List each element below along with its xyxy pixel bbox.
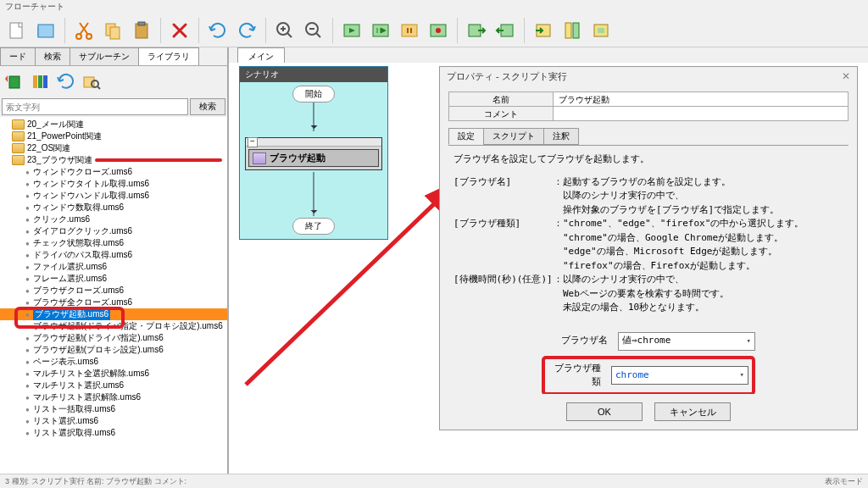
property-panel: プロパティ - スクリプト実行✕ 名前ブラウザ起動 コメント 設定スクリプト注釈… <box>439 66 858 430</box>
cfg-browser-type-label: ブラウザ種類 <box>548 362 611 390</box>
side-tabs: ード検索サブルーチンライブラリ <box>0 47 227 66</box>
stop-icon[interactable] <box>425 17 452 44</box>
file-item[interactable]: リスト選択.ums6 <box>0 415 227 427</box>
panel-title: プロパティ - スクリプト実行 <box>447 70 567 83</box>
svg-rect-13 <box>402 25 417 36</box>
redo-icon[interactable] <box>233 17 260 44</box>
import-icon[interactable] <box>492 17 519 44</box>
close-icon[interactable]: ✕ <box>842 70 850 83</box>
side-tab-2[interactable]: サブルーチン <box>70 47 139 65</box>
chevron-down-icon: ▾ <box>747 336 751 347</box>
lib-books-icon[interactable] <box>29 69 53 93</box>
search-button[interactable]: 検索 <box>190 98 225 115</box>
file-item[interactable]: ブラウザ起動(ドライバ指定・プロキシ設定).ums6 <box>0 320 227 332</box>
svg-rect-26 <box>33 75 37 88</box>
undo-icon[interactable] <box>204 17 231 44</box>
side-tab-1[interactable]: 検索 <box>35 47 70 65</box>
svg-rect-8 <box>138 22 145 25</box>
zoom-in-icon[interactable] <box>271 17 298 44</box>
file-item[interactable]: ドライバのパス取得.ums6 <box>0 249 227 261</box>
field-comment-value[interactable] <box>554 106 849 121</box>
svg-rect-7 <box>136 24 147 38</box>
file-item[interactable]: ウィンドウ数取得.ums6 <box>0 202 227 214</box>
side-tab-3[interactable]: ライブラリ <box>138 47 199 65</box>
svg-point-4 <box>86 34 92 39</box>
paste-icon[interactable] <box>128 17 155 44</box>
svg-rect-24 <box>598 28 604 33</box>
svg-rect-2 <box>38 25 53 37</box>
prop-tab-0[interactable]: 設定 <box>448 128 484 145</box>
property-content: ブラウザ名を設定してブラウザを起動します。 [ブラウザ名]：起動するブラウザの名… <box>448 145 849 394</box>
field-name-value[interactable]: ブラウザ起動 <box>554 92 849 107</box>
file-item[interactable]: クリック.ums6 <box>0 214 227 225</box>
file-item[interactable]: ブラウザ起動(ドライバ指定).ums6 <box>0 332 227 344</box>
scenario-title: シナリオ <box>240 67 387 82</box>
folder-item[interactable]: 22_OS関連 <box>0 142 227 154</box>
zoom-out-icon[interactable] <box>300 17 327 44</box>
folder-item[interactable]: 23_ブラウザ関連 <box>0 154 227 166</box>
library-toolbar <box>0 66 227 97</box>
export-icon[interactable] <box>463 17 490 44</box>
cfg-browser-type-select[interactable]: chrome▾ <box>611 366 748 385</box>
file-item[interactable]: ブラウザクローズ.ums6 <box>0 285 227 297</box>
open-icon[interactable] <box>32 17 59 44</box>
script-icon <box>253 152 266 164</box>
new-icon[interactable] <box>3 17 31 44</box>
svg-rect-27 <box>38 75 42 88</box>
file-item[interactable]: マルチリスト選択.ums6 <box>0 380 227 391</box>
ok-button[interactable]: OK <box>566 402 643 421</box>
pause-icon[interactable] <box>396 17 423 44</box>
field-comment-label: コメント <box>448 106 554 121</box>
file-item[interactable]: リスト一括取得.ums6 <box>0 403 227 415</box>
cfg-browser-name-select[interactable]: 値⇒chrome▾ <box>618 332 755 351</box>
svg-rect-0 <box>10 23 22 38</box>
file-item[interactable]: チェック状態取得.ums6 <box>0 237 227 249</box>
side-tab-0[interactable]: ード <box>0 47 36 65</box>
scenario-block[interactable]: シナリオ 開始 ブラウザ起動 終了 <box>239 66 388 240</box>
prop-tab-1[interactable]: スクリプト <box>483 128 544 145</box>
highlight-box: ブラウザ種類 chrome▾ <box>542 356 755 395</box>
window-icon[interactable] <box>530 17 557 44</box>
svg-rect-28 <box>43 75 47 88</box>
file-item[interactable]: ファイル選択.ums6 <box>0 261 227 273</box>
file-item[interactable]: マルチリスト全選択解除.ums6 <box>0 368 227 380</box>
delete-icon[interactable] <box>166 17 193 44</box>
run-icon[interactable] <box>338 17 365 44</box>
svg-rect-25 <box>9 76 19 88</box>
library-icon[interactable] <box>559 17 586 44</box>
svg-rect-14 <box>407 28 409 33</box>
file-item[interactable]: ページ表示.ums6 <box>0 356 227 368</box>
prop-tab-2[interactable]: 注釈 <box>543 128 579 145</box>
svg-point-17 <box>436 28 441 33</box>
status-bar: 3 種別: スクリプト実行 名前: ブラウザ起動 コメント:表示モード <box>0 474 868 488</box>
file-item[interactable]: ブラウザ起動.ums6 <box>0 308 227 320</box>
search-input[interactable] <box>2 98 188 115</box>
cancel-button[interactable]: キャンセル <box>654 402 731 421</box>
file-item[interactable]: ウィンドウハンドル取得.ums6 <box>0 190 227 202</box>
copy-icon[interactable] <box>99 17 126 44</box>
svg-point-3 <box>76 34 81 39</box>
library-tree[interactable]: 20_メール関連21_PowerPoint関連22_OS関連23_ブラウザ関連ウ… <box>0 117 227 474</box>
folder-item[interactable]: 21_PowerPoint関連 <box>0 130 227 142</box>
node-start[interactable]: 開始 <box>292 86 335 103</box>
file-item[interactable]: ウィンドウクローズ.ums6 <box>0 166 227 178</box>
lib-back-icon[interactable] <box>3 69 27 93</box>
file-item[interactable]: マルチリスト選択解除.ums6 <box>0 391 227 403</box>
file-item[interactable]: ブラウザ起動(プロキシ設定).ums6 <box>0 344 227 356</box>
file-item[interactable]: フレーム選択.ums6 <box>0 273 227 285</box>
svg-rect-21 <box>565 23 571 38</box>
file-item[interactable]: ウィンドウタイトル取得.ums6 <box>0 178 227 190</box>
canvas-area: メイン シナリオ 開始 ブラウザ起動 終了 <box>229 47 868 474</box>
cut-icon[interactable] <box>70 17 97 44</box>
file-item[interactable]: リスト選択取得.ums6 <box>0 427 227 439</box>
run2-icon[interactable] <box>367 17 394 44</box>
folder-item[interactable]: 20_メール関連 <box>0 119 227 130</box>
file-item[interactable]: ブラウザ全クローズ.ums6 <box>0 297 227 308</box>
lib-refresh-icon[interactable] <box>54 69 78 93</box>
action-node[interactable]: ブラウザ起動 <box>245 137 382 170</box>
settings-icon[interactable] <box>587 17 615 44</box>
lib-search-icon[interactable] <box>80 69 103 93</box>
file-item[interactable]: ダイアログクリック.ums6 <box>0 225 227 237</box>
node-end[interactable]: 終了 <box>292 218 335 235</box>
window-title: フローチャート <box>0 0 868 14</box>
